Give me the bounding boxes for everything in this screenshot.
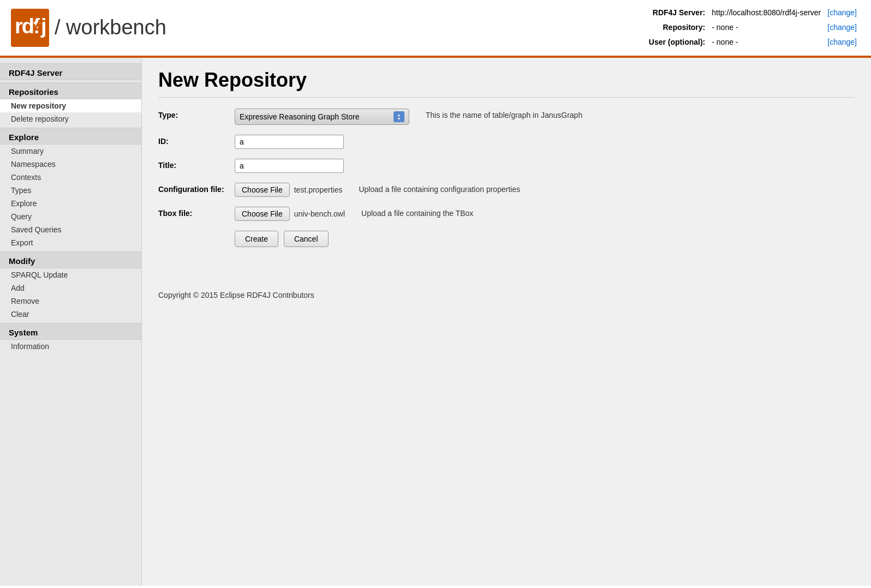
- server-change-link[interactable]: [change]: [827, 8, 857, 17]
- sidebar: RDF4J Server Repositories New repository…: [0, 58, 142, 586]
- type-select[interactable]: Expressive Reasoning Graph Store: [235, 109, 409, 125]
- config-file-control: Choose File test.properties: [235, 183, 342, 197]
- id-note: This is the name of table/graph in Janus…: [426, 109, 582, 119]
- sidebar-item-contexts[interactable]: Contexts: [0, 171, 141, 184]
- cancel-button[interactable]: Cancel: [284, 231, 329, 247]
- user-label: User (optional):: [646, 35, 708, 50]
- user-change-link[interactable]: [change]: [827, 38, 857, 46]
- sidebar-item-saved-queries[interactable]: Saved Queries: [0, 223, 141, 236]
- id-input[interactable]: [235, 135, 344, 149]
- workbench-title: / workbench: [55, 16, 166, 39]
- tbox-note: Upload a file containing the TBox: [361, 207, 473, 218]
- logo-area: rdf 4 j / workbench: [11, 9, 166, 47]
- action-buttons-control: Create Cancel: [235, 231, 332, 247]
- page-title: New Repository: [158, 69, 855, 98]
- server-label: RDF4J Server:: [646, 5, 708, 20]
- type-label: Type:: [158, 109, 235, 119]
- title-row: Title:: [158, 159, 855, 173]
- new-repository-form: Type: Expressive Reasoning Graph Store T…: [158, 109, 855, 247]
- type-select-control[interactable]: Expressive Reasoning Graph Store: [235, 109, 409, 125]
- action-label-spacer: [158, 231, 235, 233]
- repository-value: - none -: [708, 20, 824, 35]
- config-file-label: Configuration file:: [158, 183, 235, 194]
- sidebar-item-information[interactable]: Information: [0, 340, 141, 353]
- create-button[interactable]: Create: [235, 231, 278, 247]
- sidebar-section-rdf4j-server: RDF4J Server: [0, 63, 141, 80]
- type-select-arrow-icon: [393, 111, 404, 122]
- repository-change-link[interactable]: [change]: [827, 23, 857, 32]
- tbox-filename: univ-bench.owl: [294, 209, 345, 218]
- action-buttons-row: Create Cancel: [158, 231, 855, 247]
- tbox-file-label: Tbox file:: [158, 207, 235, 218]
- tbox-file-row: Tbox file: Choose File univ-bench.owl Up…: [158, 207, 855, 221]
- user-value: - none -: [708, 35, 824, 50]
- config-choose-file-button[interactable]: Choose File: [235, 183, 290, 197]
- copyright-text: Copyright © 2015 Eclipse RDF4J Contribut…: [158, 291, 314, 299]
- id-row: ID:: [158, 135, 855, 149]
- footer: Copyright © 2015 Eclipse RDF4J Contribut…: [158, 291, 855, 299]
- sidebar-item-remove[interactable]: Remove: [0, 295, 141, 308]
- sidebar-section-explore: Explore: [0, 128, 141, 145]
- server-url: http://localhost:8080/rdf4j-server: [708, 5, 824, 20]
- sidebar-section-repositories: Repositories: [0, 82, 141, 99]
- sidebar-item-add[interactable]: Add: [0, 281, 141, 295]
- config-filename: test.properties: [294, 185, 343, 194]
- sidebar-section-modify: Modify: [0, 251, 141, 268]
- sidebar-section-system: System: [0, 323, 141, 340]
- title-input[interactable]: [235, 159, 344, 173]
- sidebar-item-types[interactable]: Types: [0, 184, 141, 197]
- logo-box: rdf 4 j: [11, 9, 49, 47]
- logo-icon: rdf 4 j: [14, 10, 46, 45]
- title-input-control[interactable]: [235, 159, 344, 173]
- server-info: RDF4J Server: http://localhost:8080/rdf4…: [646, 5, 860, 50]
- type-select-text: Expressive Reasoning Graph Store: [240, 112, 389, 121]
- sidebar-item-sparql-update[interactable]: SPARQL Update: [0, 268, 141, 281]
- tbox-file-control: Choose File univ-bench.owl: [235, 207, 345, 221]
- sidebar-item-namespaces[interactable]: Namespaces: [0, 158, 141, 171]
- config-file-row: Configuration file: Choose File test.pro…: [158, 183, 855, 197]
- id-input-control[interactable]: [235, 135, 344, 149]
- tbox-file-input-row: Choose File univ-bench.owl: [235, 207, 345, 221]
- sidebar-item-query[interactable]: Query: [0, 210, 141, 223]
- type-row: Type: Expressive Reasoning Graph Store T…: [158, 109, 855, 125]
- sidebar-item-export[interactable]: Export: [0, 236, 141, 249]
- main-content: New Repository Type: Expressive Reasonin…: [142, 58, 871, 586]
- config-file-input-row: Choose File test.properties: [235, 183, 342, 197]
- config-note: Upload a file containing configuration p…: [359, 183, 520, 194]
- svg-text:j: j: [40, 15, 46, 38]
- sidebar-item-delete-repository[interactable]: Delete repository: [0, 112, 141, 125]
- title-label: Title:: [158, 159, 235, 170]
- tbox-choose-file-button[interactable]: Choose File: [235, 207, 290, 221]
- sidebar-item-clear[interactable]: Clear: [0, 308, 141, 321]
- sidebar-item-new-repository[interactable]: New repository: [0, 99, 141, 112]
- sidebar-item-explore[interactable]: Explore: [0, 197, 141, 210]
- sidebar-item-summary[interactable]: Summary: [0, 145, 141, 158]
- id-label: ID:: [158, 135, 235, 146]
- repository-label: Repository:: [646, 20, 708, 35]
